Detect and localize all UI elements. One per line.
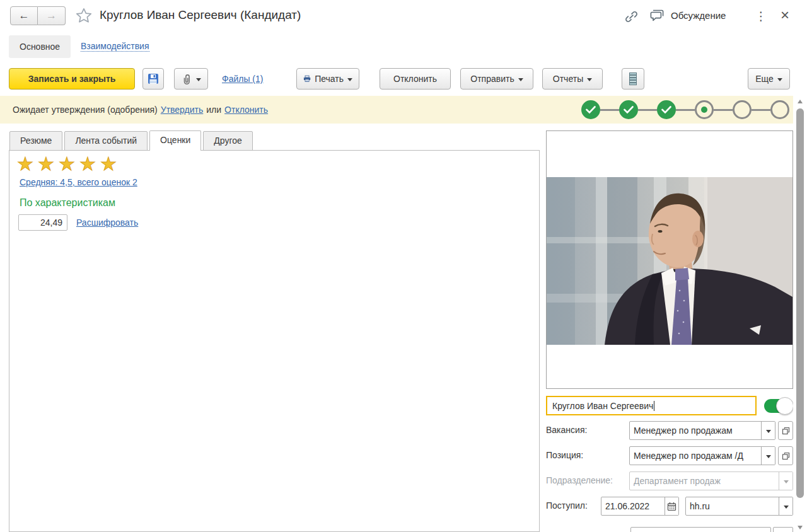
candidate-card-window: ← → Круглов Иван Сергеевич (Кандидат) Об… (0, 0, 807, 532)
step-2-done-icon (619, 100, 638, 119)
open-form-icon (782, 452, 790, 460)
kebab-menu-button[interactable]: ⋮ (754, 8, 768, 24)
department-row: Подразделение: (546, 471, 793, 490)
step-5-pending-icon (733, 100, 752, 119)
reject-link[interactable]: Отклонить (224, 105, 268, 115)
source-dropdown-button[interactable] (779, 497, 792, 515)
position-row: Позиция: (546, 446, 793, 465)
dropdown-caret-icon (766, 455, 771, 458)
step-connector (676, 109, 695, 111)
content-tabstrip: Резюме Лента событий Оценки Другое (9, 130, 255, 151)
approve-link[interactable]: Утвердить (161, 105, 204, 115)
calendar-icon (667, 502, 676, 511)
save-button[interactable] (142, 68, 164, 90)
vacancy-open-button[interactable] (778, 421, 793, 440)
star-rating[interactable]: ★★★★★ (17, 153, 121, 175)
printer-icon (303, 73, 311, 84)
step-4-current-icon (695, 100, 714, 119)
scroll-down-arrow-icon[interactable] (798, 526, 803, 529)
reject-button[interactable]: Отклонить (380, 68, 451, 90)
tab-resume[interactable]: Резюме (9, 131, 62, 151)
star-icon[interactable]: ★ (38, 154, 54, 174)
scrollbar-thumb[interactable] (796, 108, 804, 498)
source-combo[interactable] (685, 497, 793, 516)
dropdown-caret-icon (518, 78, 523, 81)
average-rating-link[interactable]: Средняя: 4,5, всего оценок 2 (20, 177, 137, 187)
dropdown-caret-icon (784, 480, 789, 483)
more-button[interactable]: Еще (748, 68, 790, 90)
files-link[interactable]: Файлы (1) (222, 74, 263, 84)
candidate-name-input[interactable]: Круглов Иван Сергеевич (546, 396, 757, 415)
star-icon[interactable]: ★ (79, 154, 96, 174)
forward-button[interactable]: → (38, 6, 66, 25)
received-date-input[interactable] (601, 497, 665, 515)
characteristics-score-input[interactable] (18, 214, 67, 231)
floppy-disk-icon (147, 72, 160, 85)
received-row: Поступил: (546, 497, 793, 516)
back-button[interactable]: ← (10, 6, 38, 25)
star-icon[interactable]: ★ (17, 154, 33, 174)
vacancy-input[interactable] (630, 422, 761, 439)
step-1-done-icon (581, 100, 600, 119)
active-toggle[interactable] (764, 399, 792, 413)
send-button[interactable]: Отправить (460, 68, 533, 90)
step-6-pending-icon (770, 100, 789, 119)
tab-events[interactable]: Лента событий (64, 131, 148, 151)
reports-button[interactable]: Отчеты (542, 68, 603, 90)
position-dropdown-button[interactable] (761, 447, 775, 465)
received-label: Поступил: (546, 500, 588, 511)
decode-link[interactable]: Расшифровать (76, 217, 138, 228)
send-label: Отправить (470, 74, 514, 84)
back-arrow-icon: ← (19, 9, 30, 22)
dropdown-caret-icon (587, 78, 592, 81)
partial-input[interactable] (630, 527, 771, 532)
position-combo[interactable] (629, 446, 775, 465)
favorite-star-icon[interactable] (75, 7, 93, 25)
related-documents-button[interactable] (622, 68, 644, 90)
tab-other[interactable]: Другое (203, 131, 252, 151)
vertical-scrollbar[interactable] (796, 97, 804, 532)
position-label: Позиция: (546, 450, 583, 460)
tab-ratings[interactable]: Оценки (149, 130, 201, 151)
star-icon[interactable]: ★ (100, 154, 117, 174)
page-title: Круглов Иван Сергеевич (Кандидат) (100, 8, 301, 22)
position-input[interactable] (630, 447, 761, 465)
forward-arrow-icon: → (46, 9, 57, 22)
close-button[interactable]: × (777, 6, 793, 24)
department-input (630, 472, 779, 490)
link-icon (624, 9, 639, 24)
history-nav-group: ← → (10, 6, 66, 25)
received-date-field[interactable] (601, 497, 679, 516)
nav-tab-main[interactable]: Основное (9, 35, 71, 58)
department-dropdown-button (779, 472, 792, 490)
save-and-close-button[interactable]: Записать и закрыть (9, 68, 135, 90)
attachments-button[interactable] (174, 68, 208, 90)
open-form-icon (782, 427, 790, 435)
dropdown-caret-icon (196, 78, 201, 81)
step-connector (714, 109, 733, 111)
candidate-details-panel: Круглов Иван Сергеевич Вакансия: Позиция… (546, 130, 793, 532)
reports-label: Отчеты (553, 74, 583, 84)
source-input[interactable] (686, 497, 779, 515)
copy-link-button[interactable] (623, 8, 639, 25)
partial-button[interactable] (773, 527, 793, 532)
star-icon[interactable]: ★ (59, 154, 75, 174)
dropdown-caret-icon (777, 78, 782, 81)
vacancy-dropdown-button[interactable] (761, 422, 775, 439)
step-connector (638, 109, 657, 111)
vacancy-label: Вакансия: (546, 425, 587, 435)
vacancy-combo[interactable] (629, 421, 775, 440)
discussion-button[interactable]: Обсуждение (649, 8, 726, 23)
approval-progress-stepper (581, 100, 789, 119)
paperclip-icon (181, 72, 192, 85)
candidate-photo[interactable] (546, 130, 793, 389)
scroll-up-arrow-icon[interactable] (798, 100, 803, 103)
department-combo (629, 471, 793, 490)
nav-link-interactions[interactable]: Взаимодействия (81, 41, 149, 52)
position-open-button[interactable] (778, 446, 793, 465)
text-caret (654, 401, 654, 411)
calendar-picker-button[interactable] (665, 497, 678, 515)
candidate-photo-image (547, 177, 792, 345)
characteristics-heading: По характеристикам (20, 197, 115, 209)
print-button[interactable]: Печать (296, 68, 359, 90)
